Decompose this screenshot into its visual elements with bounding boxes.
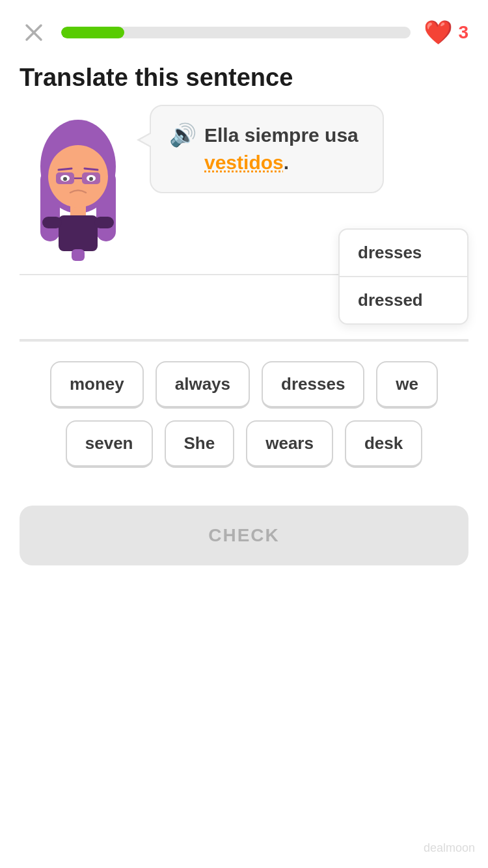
check-button[interactable]: CHECK (20, 506, 468, 565)
word-chip-she[interactable]: She (165, 420, 235, 468)
bubble-text: Ella siempre usa vestidos. (204, 122, 364, 176)
heart-icon: ❤️ (424, 21, 453, 44)
word-chip-money[interactable]: money (50, 361, 144, 409)
svg-line-18 (85, 169, 98, 170)
close-button[interactable] (20, 18, 48, 47)
progress-fill (61, 27, 124, 38)
check-button-container: CHECK (0, 493, 488, 591)
svg-point-16 (89, 177, 93, 181)
word-chip-always[interactable]: always (156, 361, 250, 409)
svg-rect-19 (72, 249, 85, 261)
tooltip-dropdown: dresses dressed (338, 228, 468, 325)
progress-bar (61, 27, 411, 38)
watermark: dealmoon (424, 841, 475, 855)
scene-area: 🔊 Ella siempre usa vestidos. dresses dre… (0, 105, 488, 261)
word-chip-we[interactable]: we (376, 361, 438, 409)
header: ❤️ 3 (0, 0, 488, 57)
word-chip-wears[interactable]: wears (246, 420, 333, 468)
word-bank: money always dresses we seven She wears … (0, 342, 488, 493)
speaker-icon[interactable]: 🔊 (169, 122, 197, 148)
svg-rect-7 (42, 217, 62, 228)
tooltip-item-dresses[interactable]: dresses (340, 230, 467, 277)
tooltip-item-dressed[interactable]: dressed (340, 277, 467, 323)
sentence-plain: Ella siempre usa (204, 124, 359, 146)
sentence-highlight[interactable]: vestidos (204, 152, 284, 173)
svg-point-15 (63, 177, 67, 181)
word-bank-row-2: seven She wears desk (20, 420, 468, 468)
word-chip-seven[interactable]: seven (66, 420, 153, 468)
speech-bubble[interactable]: 🔊 Ella siempre usa vestidos. (150, 105, 384, 193)
word-chip-desk[interactable]: desk (345, 420, 422, 468)
hearts-count: 3 (458, 22, 468, 43)
word-bank-row-1: money always dresses we (20, 361, 468, 409)
svg-line-17 (59, 169, 72, 170)
bubble-content: 🔊 Ella siempre usa vestidos. (169, 122, 364, 176)
svg-rect-6 (59, 215, 98, 251)
word-chip-dresses[interactable]: dresses (262, 361, 364, 409)
hearts-container: ❤️ 3 (424, 21, 468, 44)
character (20, 105, 137, 261)
sentence-end: . (284, 152, 289, 173)
svg-rect-8 (94, 217, 114, 228)
page-title: Translate this sentence (0, 57, 488, 105)
